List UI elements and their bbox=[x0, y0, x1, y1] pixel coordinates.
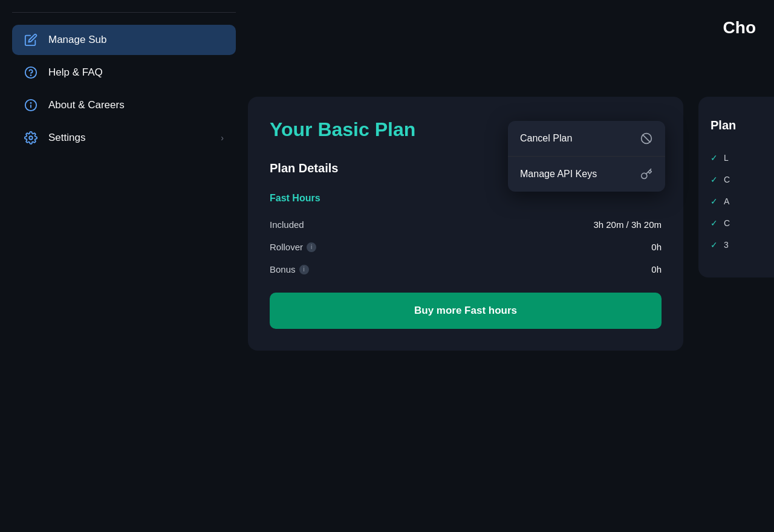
plan-title-highlight: Basic Plan bbox=[317, 118, 415, 140]
detail-row-included: Included 3h 20m / 3h 20m bbox=[270, 213, 662, 236]
feature-item-4: ✓ 3 bbox=[711, 234, 774, 256]
detail-label-text-bonus: Bonus bbox=[270, 264, 296, 274]
detail-label-text-rollover: Rollover bbox=[270, 242, 303, 252]
manage-api-keys-label: Manage API Keys bbox=[520, 169, 597, 180]
detail-value-rollover: 0h bbox=[651, 242, 662, 252]
sidebar-item-about[interactable]: About & Careers bbox=[12, 90, 236, 120]
feature-label-2: A bbox=[724, 196, 729, 206]
dropdown-menu: Cancel Plan Manage API Keys bbox=[508, 121, 665, 192]
bonus-info-icon[interactable]: i bbox=[299, 265, 309, 274]
help-icon bbox=[24, 66, 37, 79]
sidebar-divider bbox=[12, 12, 236, 13]
gear-icon bbox=[24, 131, 37, 144]
dropdown-item-manage-api-keys[interactable]: Manage API Keys bbox=[508, 157, 665, 192]
check-icon-3: ✓ bbox=[711, 218, 718, 228]
plan-details-title: Plan Details bbox=[270, 161, 338, 175]
sidebar-item-manage-sub[interactable]: Manage Sub bbox=[12, 25, 236, 55]
sidebar-item-label-settings: Settings bbox=[48, 132, 85, 144]
feature-label-0: L bbox=[724, 153, 729, 163]
detail-row-label-bonus: Bonus i bbox=[270, 264, 309, 274]
key-icon bbox=[640, 167, 653, 181]
check-icon-1: ✓ bbox=[711, 175, 718, 184]
feature-label-4: 3 bbox=[724, 240, 729, 250]
detail-row-bonus: Bonus i 0h bbox=[270, 258, 662, 281]
feature-item-2: ✓ A bbox=[711, 190, 774, 212]
sidebar: Manage Sub Help & FAQ About & Careers bbox=[0, 0, 248, 532]
settings-item-left: Settings bbox=[24, 131, 85, 144]
svg-line-7 bbox=[643, 135, 650, 142]
info-icon bbox=[24, 99, 37, 112]
detail-label-text-included: Included bbox=[270, 219, 304, 230]
buy-more-fast-hours-button[interactable]: Buy more Fast hours bbox=[270, 293, 662, 329]
right-panel-title: Plan bbox=[711, 118, 774, 132]
feature-label-3: C bbox=[724, 218, 730, 228]
detail-row-label-rollover: Rollover i bbox=[270, 242, 316, 252]
detail-value-bonus: 0h bbox=[651, 264, 662, 274]
detail-row-label-included: Included bbox=[270, 219, 304, 230]
svg-point-5 bbox=[29, 136, 33, 140]
feature-label-1: C bbox=[724, 175, 730, 184]
sidebar-item-label-about: About & Careers bbox=[48, 99, 125, 111]
chevron-right-icon: › bbox=[221, 133, 224, 143]
sidebar-item-label-manage-sub: Manage Sub bbox=[48, 34, 106, 46]
sidebar-item-label-help: Help & FAQ bbox=[48, 66, 103, 79]
sidebar-item-settings[interactable]: Settings › bbox=[12, 123, 236, 153]
check-icon-0: ✓ bbox=[711, 153, 718, 163]
header-right-text: Cho bbox=[723, 18, 756, 37]
check-icon-4: ✓ bbox=[711, 240, 718, 250]
plan-title-prefix: Your bbox=[270, 118, 317, 140]
fast-hours-label: Fast Hours bbox=[270, 193, 662, 204]
detail-value-included: 3h 20m / 3h 20m bbox=[593, 219, 662, 230]
feature-item-1: ✓ C bbox=[711, 169, 774, 190]
detail-row-rollover: Rollover i 0h bbox=[270, 236, 662, 258]
feature-item-0: ✓ L bbox=[711, 147, 774, 169]
cancel-plan-label: Cancel Plan bbox=[520, 133, 572, 144]
edit-icon bbox=[24, 33, 37, 47]
rollover-info-icon[interactable]: i bbox=[307, 242, 316, 252]
sidebar-item-help-faq[interactable]: Help & FAQ bbox=[12, 57, 236, 88]
cancel-icon bbox=[640, 132, 653, 145]
dropdown-item-cancel-plan[interactable]: Cancel Plan bbox=[508, 121, 665, 157]
right-panel: Plan ✓ L ✓ C ✓ A ✓ C ✓ 3 bbox=[698, 97, 774, 277]
feature-item-3: ✓ C bbox=[711, 212, 774, 234]
check-icon-2: ✓ bbox=[711, 196, 718, 206]
